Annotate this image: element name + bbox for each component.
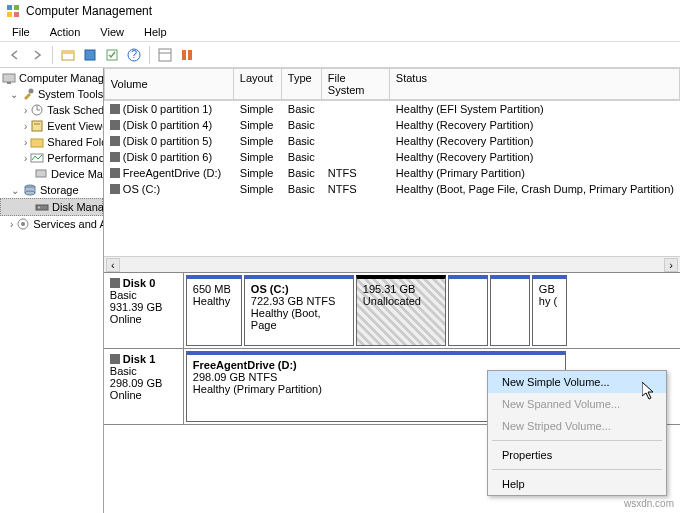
volume-icon — [110, 136, 120, 146]
tree-tasksched[interactable]: ›Task Scheduler — [0, 102, 103, 118]
volume-row[interactable]: (Disk 0 partition 1)SimpleBasicHealthy (… — [104, 101, 680, 117]
disk-icon — [110, 354, 120, 364]
svg-rect-6 — [85, 50, 95, 60]
svg-rect-0 — [7, 5, 12, 10]
scroll-left-icon[interactable]: ‹ — [106, 258, 120, 272]
window-title: Computer Management — [26, 4, 152, 18]
tree-shared[interactable]: ›Shared Folders — [0, 134, 103, 150]
toolbar-icon-5[interactable] — [178, 46, 196, 64]
nav-tree: Computer Management (Local ⌄System Tools… — [0, 68, 104, 513]
expand-icon[interactable]: › — [10, 219, 13, 230]
toolbar-icon-4[interactable] — [156, 46, 174, 64]
tree-diskmgmt[interactable]: Disk Management — [0, 198, 103, 216]
svg-point-27 — [38, 207, 40, 209]
partition[interactable] — [448, 275, 488, 346]
svg-point-16 — [29, 89, 34, 94]
svg-rect-14 — [3, 74, 15, 82]
volume-row[interactable]: (Disk 0 partition 4)SimpleBasicHealthy (… — [104, 117, 680, 133]
col-type[interactable]: Type — [282, 68, 322, 100]
volume-row[interactable]: OS (C:)SimpleBasicNTFSHealthy (Boot, Pag… — [104, 181, 680, 197]
svg-rect-1 — [14, 5, 19, 10]
services-icon — [16, 217, 30, 231]
col-fs[interactable]: File System — [322, 68, 390, 100]
toolbar: ? — [0, 42, 680, 68]
clock-icon — [30, 103, 44, 117]
menu-help[interactable]: Help — [488, 473, 666, 495]
tree-storage[interactable]: ⌄Storage — [0, 182, 103, 198]
perf-icon — [30, 151, 44, 165]
tree-root[interactable]: Computer Management (Local — [0, 70, 103, 86]
svg-rect-22 — [36, 170, 46, 177]
tree-services[interactable]: ›Services and Applications — [0, 216, 103, 232]
svg-rect-3 — [14, 12, 19, 17]
col-volume[interactable]: Volume — [104, 68, 234, 100]
volume-icon — [110, 184, 120, 194]
menu-separator — [492, 469, 662, 470]
partition[interactable]: 650 MBHealthy — [186, 275, 242, 346]
disk-icon — [35, 200, 49, 214]
toolbar-icon-1[interactable] — [59, 46, 77, 64]
app-icon — [6, 4, 20, 18]
tree-perf[interactable]: ›Performance — [0, 150, 103, 166]
tools-icon — [21, 87, 35, 101]
unallocated-partition[interactable]: 195.31 GBUnallocated — [356, 275, 446, 346]
expand-icon[interactable]: › — [24, 121, 27, 132]
col-layout[interactable]: Layout — [234, 68, 282, 100]
toolbar-icon-3[interactable] — [103, 46, 121, 64]
volume-list[interactable]: (Disk 0 partition 1)SimpleBasicHealthy (… — [104, 101, 680, 256]
storage-icon — [23, 183, 37, 197]
toolbar-icon-2[interactable] — [81, 46, 99, 64]
menu-new-spanned-volume: New Spanned Volume... — [488, 393, 666, 415]
menu-bar: File Action View Help — [0, 22, 680, 42]
svg-rect-20 — [31, 139, 43, 147]
svg-point-29 — [21, 222, 25, 226]
tree-devmgr[interactable]: Device Manager — [0, 166, 103, 182]
menu-view[interactable]: View — [92, 24, 132, 40]
menu-new-striped-volume: New Striped Volume... — [488, 415, 666, 437]
back-button[interactable] — [6, 46, 24, 64]
menu-file[interactable]: File — [4, 24, 38, 40]
event-icon — [30, 119, 44, 133]
tree-evtview[interactable]: ›Event Viewer — [0, 118, 103, 134]
context-menu: New Simple Volume... New Spanned Volume.… — [487, 370, 667, 496]
partition[interactable]: GBhy ( — [532, 275, 567, 346]
disk-info[interactable]: Disk 1Basic298.09 GBOnline — [104, 349, 184, 424]
svg-rect-10 — [159, 49, 171, 61]
menu-new-simple-volume[interactable]: New Simple Volume... — [488, 371, 666, 393]
volume-list-header: Volume Layout Type File System Status — [104, 68, 680, 101]
volume-icon — [110, 120, 120, 130]
tree-systools[interactable]: ⌄System Tools — [0, 86, 103, 102]
separator — [149, 46, 150, 64]
volume-icon — [110, 152, 120, 162]
help-icon[interactable]: ? — [125, 46, 143, 64]
partition[interactable]: OS (C:)722.93 GB NTFSHealthy (Boot, Page — [244, 275, 354, 346]
expand-icon[interactable]: › — [24, 105, 27, 116]
collapse-icon[interactable]: ⌄ — [10, 185, 20, 196]
col-status[interactable]: Status — [390, 68, 680, 100]
menu-help[interactable]: Help — [136, 24, 175, 40]
menu-separator — [492, 440, 662, 441]
svg-rect-2 — [7, 12, 12, 17]
volume-row[interactable]: FreeAgentDrive (D:)SimpleBasicNTFSHealth… — [104, 165, 680, 181]
collapse-icon[interactable]: ⌄ — [10, 89, 18, 100]
svg-rect-15 — [7, 82, 11, 84]
forward-button[interactable] — [28, 46, 46, 64]
expand-icon[interactable]: › — [24, 137, 27, 148]
computer-icon — [2, 71, 16, 85]
expand-icon[interactable]: › — [24, 153, 27, 164]
disk-info[interactable]: Disk 0Basic931.39 GBOnline — [104, 273, 184, 348]
menu-properties[interactable]: Properties — [488, 444, 666, 466]
menu-action[interactable]: Action — [42, 24, 89, 40]
volume-icon — [110, 104, 120, 114]
svg-rect-12 — [182, 50, 186, 60]
volume-row[interactable]: (Disk 0 partition 5)SimpleBasicHealthy (… — [104, 133, 680, 149]
svg-rect-13 — [188, 50, 192, 60]
svg-rect-18 — [32, 121, 42, 131]
volume-row[interactable]: (Disk 0 partition 6)SimpleBasicHealthy (… — [104, 149, 680, 165]
disk-row: Disk 0Basic931.39 GBOnline650 MBHealthyO… — [104, 273, 680, 349]
svg-point-25 — [25, 191, 35, 195]
svg-text:?: ? — [131, 48, 137, 60]
partition[interactable] — [490, 275, 530, 346]
scroll-right-icon[interactable]: › — [664, 258, 678, 272]
horizontal-scrollbar[interactable]: ‹ › — [104, 256, 680, 272]
